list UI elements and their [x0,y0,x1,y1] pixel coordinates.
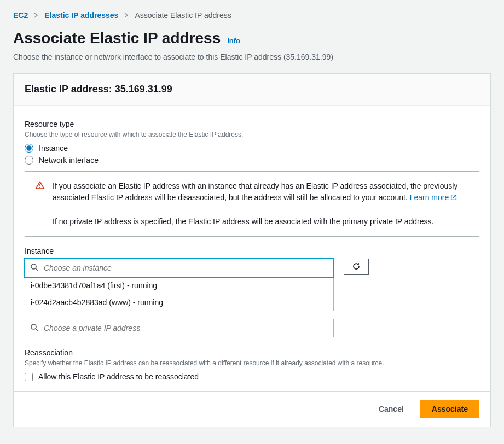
reassociation-section: Reassociation Specify whether the Elasti… [25,348,479,381]
reassociation-check-label: Allow this Elastic IP address to be reas… [38,372,199,381]
resource-type-label: Resource type [25,120,479,128]
radio-eni[interactable]: Network interface [25,156,479,165]
chevron-right-icon [124,13,129,18]
svg-point-3 [31,264,36,269]
instance-option[interactable]: i-0dbe34381d70af1a4 (first) - running [25,277,333,294]
instance-dropdown: i-0dbe34381d70af1a4 (first) - running i-… [25,277,334,311]
search-icon [30,263,39,273]
panel-header: Elastic IP address: 35.169.31.99 [14,74,490,106]
learn-more-link[interactable]: Learn more [410,193,458,202]
instance-option[interactable]: i-024d2aacb4b2883ad (www) - running [25,294,333,311]
main-panel: Elastic IP address: 35.169.31.99 Resourc… [13,73,491,392]
associate-button[interactable]: Associate [420,400,479,418]
reassociation-help: Specify whether the Elastic IP address c… [25,359,479,367]
cancel-button[interactable]: Cancel [368,400,415,418]
breadcrumb-eip-list[interactable]: Elastic IP addresses [44,11,118,20]
reassociation-checkbox-row[interactable]: Allow this Elastic IP address to be reas… [25,372,479,381]
breadcrumb: EC2 Elastic IP addresses Associate Elast… [13,11,491,20]
private-ip-combobox[interactable] [25,319,334,337]
svg-line-6 [36,329,38,331]
svg-point-1 [39,187,40,188]
resource-type-section: Resource type Choose the type of resourc… [25,120,479,165]
refresh-icon [352,262,361,272]
private-ip-input[interactable] [25,319,334,337]
warning-alert: If you associate an Elastic IP address w… [25,171,479,237]
footer-actions: Cancel Associate [13,392,491,427]
panel-heading: Elastic IP address: 35.169.31.99 [25,84,479,95]
radio-instance-label: Instance [39,144,68,153]
breadcrumb-ec2[interactable]: EC2 [13,11,28,20]
instance-section: Instance i-0dbe34381d70af1a4 (first) - r… [25,247,479,337]
breadcrumb-current: Associate Elastic IP address [135,11,231,20]
instance-combobox[interactable] [25,259,334,277]
instance-input[interactable] [25,259,334,277]
warning-icon [35,180,45,194]
svg-line-4 [36,268,38,271]
page-title: Associate Elastic IP address [13,30,221,47]
search-icon [30,323,39,334]
radio-instance-input[interactable] [25,144,33,153]
info-link[interactable]: Info [227,37,240,45]
instance-label: Instance [25,247,479,255]
radio-instance[interactable]: Instance [25,144,479,153]
reassociation-checkbox[interactable] [25,373,33,381]
radio-eni-input[interactable] [25,156,33,165]
warning-text-2: If no private IP address is specified, t… [53,217,433,226]
refresh-button[interactable] [344,259,369,275]
svg-point-5 [31,324,36,329]
resource-type-help: Choose the type of resource with which t… [25,131,479,138]
warning-text-1: If you associate an Elastic IP address w… [53,182,457,202]
page-subtitle: Choose the instance or network interface… [13,52,491,61]
external-link-icon [450,193,457,205]
reassociation-label: Reassociation [25,348,479,357]
chevron-right-icon [33,13,39,18]
svg-line-2 [453,195,456,198]
page-header: Associate Elastic IP address Info Choose… [13,30,491,61]
radio-eni-label: Network interface [39,156,99,165]
